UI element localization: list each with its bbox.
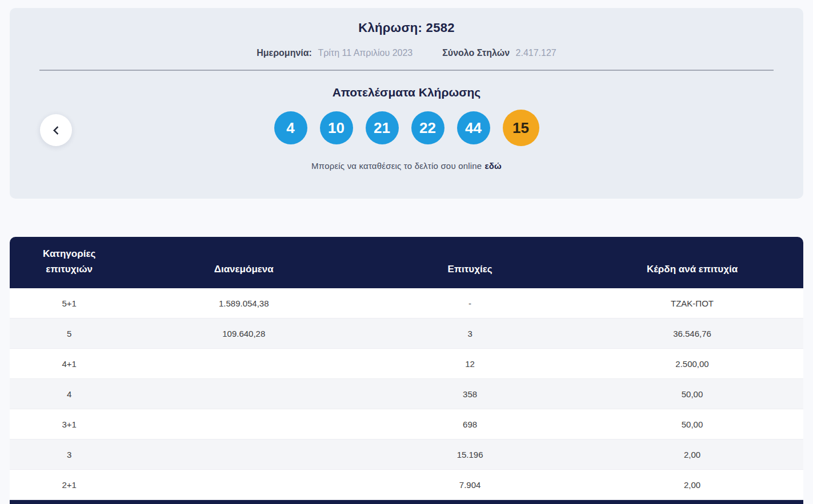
category-cell: 3 [10,450,129,459]
chevron-left-icon [53,126,62,135]
prize-cell: 2.500,00 [581,359,803,369]
next-section-edge [10,500,803,504]
draw-date-value: Τρίτη 11 Απριλίου 2023 [318,48,412,58]
deposit-note-text: Μπορείς να καταθέσεις το δελτίο σου onli… [311,161,482,171]
winning-number-ball: 22 [411,111,444,144]
category-cell: 2+1 [10,480,129,490]
draw-date: Ημερομηνία: Τρίτη 11 Απριλίου 2023 [257,48,412,58]
total-columns-value: 2.417.127 [516,48,556,58]
previous-draw-button[interactable] [40,114,72,146]
table-row: 5109.640,28336.546,76 [10,318,803,349]
column-header: Επιτυχίες [359,262,581,288]
winning-number-ball: 44 [457,111,490,144]
table-row: 2+17.9042,00 [10,470,803,500]
deposit-note: Μπορείς να καταθέσεις το δελτίο σου onli… [10,161,803,171]
winners-cell: 698 [359,420,581,429]
total-columns: Σύνολο Στηλών 2.417.127 [442,48,556,58]
winners-cell: 15.196 [359,450,581,459]
column-header: Κέρδη ανά επιτυχία [581,262,803,288]
card-divider [39,70,774,71]
lottery-results-page: Κλήρωση: 2582 Ημερομηνία: Τρίτη 11 Απριλ… [0,0,813,504]
category-cell: 3+1 [10,420,129,429]
draw-summary-card: Κλήρωση: 2582 Ημερομηνία: Τρίτη 11 Απριλ… [10,8,803,199]
table-row: 4+1122.500,00 [10,349,803,379]
category-cell: 5 [10,329,129,338]
draw-title: Κλήρωση: 2582 [10,8,803,35]
table-row: 3+169850,00 [10,409,803,440]
distributed-cell: 109.640,28 [129,329,359,338]
prize-table-header: Κατηγορίες επιτυχιώνΔιανεμόμεναΕπιτυχίες… [10,237,803,288]
prize-cell: 2,00 [581,450,803,459]
winners-cell: 3 [359,329,581,338]
column-header: Κατηγορίες επιτυχιών [10,247,129,288]
winning-number-ball: 4 [274,111,307,144]
prize-cell: ΤΖΑΚ-ΠΟΤ [581,299,803,308]
total-columns-label: Σύνολο Στηλών [442,48,510,58]
draw-date-label: Ημερομηνία: [257,48,312,58]
prize-table-body: 5+11.589.054,38-ΤΖΑΚ-ΠΟΤ5109.640,28336.5… [10,288,803,500]
winners-cell: 358 [359,389,581,399]
category-cell: 4+1 [10,359,129,369]
prize-cell: 50,00 [581,420,803,429]
table-row: 315.1962,00 [10,440,803,470]
deposit-here-link[interactable]: εδώ [484,161,502,171]
winning-numbers: 41021224415 [10,110,803,146]
joker-number-ball: 15 [503,110,539,146]
winning-number-ball: 10 [320,111,353,144]
prize-table: Κατηγορίες επιτυχιώνΔιανεμόμεναΕπιτυχίες… [10,237,803,504]
category-cell: 4 [10,389,129,399]
prize-cell: 50,00 [581,389,803,399]
table-row: 5+11.589.054,38-ΤΖΑΚ-ΠΟΤ [10,288,803,318]
table-row: 435850,00 [10,379,803,409]
draw-meta-row: Ημερομηνία: Τρίτη 11 Απριλίου 2023 Σύνολ… [10,48,803,58]
prize-cell: 2,00 [581,480,803,490]
column-header: Διανεμόμενα [129,262,359,288]
distributed-cell: 1.589.054,38 [129,299,359,308]
category-cell: 5+1 [10,299,129,308]
winning-number-ball: 21 [366,111,399,144]
results-title: Αποτελέσματα Κλήρωσης [10,86,803,99]
winners-cell: 12 [359,359,581,369]
prize-cell: 36.546,76 [581,329,803,338]
winners-cell: 7.904 [359,480,581,490]
winners-cell: - [359,299,581,308]
